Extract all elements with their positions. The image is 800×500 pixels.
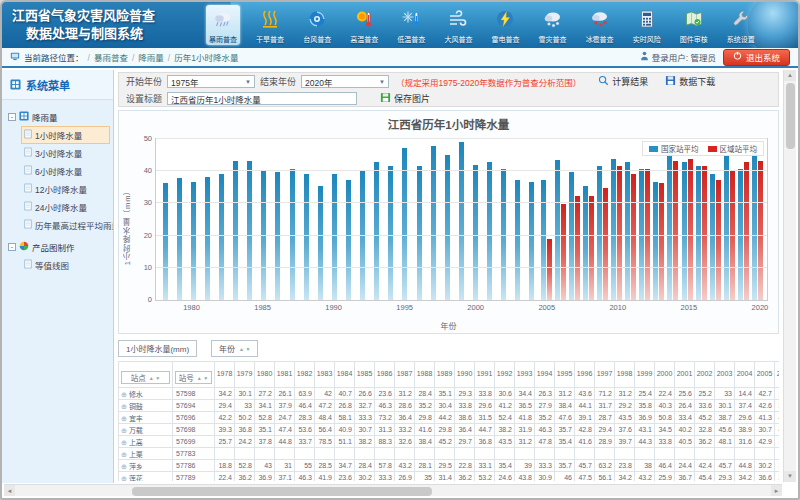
tree-group-1[interactable]: -降雨量 [5, 108, 110, 126]
tree-item[interactable]: 等值线图 [21, 256, 110, 274]
col-header-year[interactable]: 1988 [415, 362, 435, 388]
expand-icon[interactable]: ⊕ [121, 463, 127, 470]
vertical-scrollbar[interactable]: ▲ ▼ [783, 70, 796, 482]
value-cell: 52.8 [235, 460, 255, 472]
col-header-year[interactable]: 2006 [775, 362, 780, 388]
vertical-scroll-thumb[interactable] [786, 83, 795, 149]
station-cell[interactable]: ⊕万载 [119, 424, 173, 436]
scroll-down-arrow[interactable]: ▼ [784, 471, 796, 482]
legend-item[interactable]: 区域站平均 [708, 143, 758, 154]
tree-item[interactable]: 历年最高过程平均雨量 [21, 216, 110, 234]
col-header-year[interactable]: 2004 [735, 362, 755, 388]
logout-button[interactable]: 退出系统 [723, 49, 790, 66]
save-image-button[interactable]: 保存图片 [380, 92, 430, 105]
collapse-icon[interactable]: - [8, 243, 16, 251]
col-header-year[interactable]: 1983 [315, 362, 335, 388]
col-header-station-id[interactable]: 站号▲ ▼ [173, 362, 215, 388]
col-header-year[interactable]: 1982 [295, 362, 315, 388]
station-cell[interactable]: ⊕铜鼓 [119, 400, 173, 412]
col-header-year[interactable]: 1998 [615, 362, 635, 388]
col-header-year[interactable]: 1997 [595, 362, 615, 388]
horizontal-scroll-thumb[interactable] [132, 487, 432, 496]
wrench-icon [731, 9, 751, 33]
nav-item-lightning[interactable]: 雷电普查 [488, 5, 522, 45]
end-year-select[interactable]: 2020年▼ [301, 75, 389, 88]
tree-item[interactable]: 24小时降水量 [21, 198, 110, 216]
bar-national-2009 [597, 166, 602, 300]
bar-national-2008 [583, 186, 588, 300]
bar-group-1995 [398, 140, 412, 300]
nav-item-wind[interactable]: 大风普查 [441, 5, 475, 45]
value-cell: 36.6 [755, 472, 775, 482]
nav-item-hail[interactable]: 冰雹普查 [583, 5, 617, 45]
breadcrumb-item[interactable]: 暴雨普查 [94, 53, 128, 63]
col-header-year[interactable]: 1993 [515, 362, 535, 388]
col-header-year[interactable]: 1980 [255, 362, 275, 388]
col-header-station[interactable]: 站点▲ ▼ [119, 362, 173, 388]
station-cell[interactable]: ⊕修水 [119, 388, 173, 400]
col-header-year[interactable]: 1984 [335, 362, 355, 388]
nav-item-drought[interactable]: 干旱普查 [253, 5, 287, 45]
col-header-year[interactable]: 2001 [675, 362, 695, 388]
expand-icon[interactable]: ⊕ [121, 403, 127, 410]
col-header-year[interactable]: 2005 [755, 362, 775, 388]
value-cell: 29.2 [615, 400, 635, 412]
download-button[interactable]: 数据下载 [665, 75, 715, 88]
legend-item[interactable]: 国家站平均 [649, 143, 699, 154]
year-sort-control[interactable]: 年份 ▲ ▼ [211, 340, 258, 357]
calculate-button[interactable]: 计算结果 [598, 75, 648, 88]
col-header-year[interactable]: 1999 [635, 362, 655, 388]
horizontal-scrollbar[interactable]: ◄ ► [4, 484, 782, 496]
tree-item[interactable]: 1小时降水量 [21, 126, 110, 144]
nav-item-rainstorm[interactable]: 暴雨普查 [206, 5, 240, 45]
value-cell: 34.1 [255, 400, 275, 412]
col-header-year[interactable]: 1992 [495, 362, 515, 388]
col-header-year[interactable]: 1990 [455, 362, 475, 388]
collapse-icon[interactable]: - [8, 113, 16, 121]
col-header-year[interactable]: 1996 [575, 362, 595, 388]
nav-item-realtime-risk[interactable]: 实时风险 [630, 5, 664, 45]
col-header-year[interactable]: 1989 [435, 362, 455, 388]
col-header-year[interactable]: 2002 [695, 362, 715, 388]
expand-icon[interactable]: ⊕ [121, 391, 127, 398]
col-header-year[interactable]: 1995 [555, 362, 575, 388]
col-header-year[interactable]: 1991 [475, 362, 495, 388]
tree-item[interactable]: 3小时降水量 [21, 144, 110, 162]
station-cell[interactable]: ⊕宜丰 [119, 412, 173, 424]
nav-item-snow[interactable]: 雪灾普查 [536, 5, 570, 45]
tree-group-2[interactable]: -产品图制作 [5, 238, 110, 256]
col-header-year[interactable]: 1994 [535, 362, 555, 388]
nav-item-high-temp[interactable]: 高温普查 [347, 5, 381, 45]
expand-icon[interactable]: ⊕ [121, 451, 127, 458]
col-header-year[interactable]: 2000 [655, 362, 675, 388]
scroll-left-arrow[interactable]: ◄ [4, 485, 15, 496]
station-cell[interactable]: ⊕萍乡 [119, 460, 173, 472]
tree-item[interactable]: 12小时降水量 [21, 180, 110, 198]
col-header-year[interactable]: 1986 [375, 362, 395, 388]
station-cell[interactable]: ⊕上高 [119, 436, 173, 448]
tree-item[interactable]: 6小时降水量 [21, 162, 110, 180]
expand-icon[interactable]: ⊕ [121, 427, 127, 434]
expand-icon[interactable]: ⊕ [121, 415, 127, 422]
nav-item-low-temp[interactable]: 低温普查 [394, 5, 428, 45]
chart-title-input[interactable] [167, 92, 357, 105]
expand-icon[interactable]: ⊕ [121, 439, 127, 446]
expand-icon[interactable]: ⊕ [121, 475, 127, 482]
breadcrumb-item[interactable]: 历年1小时降水量 [174, 53, 238, 63]
scroll-up-arrow[interactable]: ▲ [784, 70, 796, 81]
scroll-right-arrow[interactable]: ► [771, 485, 782, 496]
station-cell[interactable]: ⊕莲花 [119, 472, 173, 482]
start-year-select[interactable]: 1975年▼ [167, 75, 255, 88]
station-cell[interactable]: ⊕上栗 [119, 448, 173, 460]
col-header-year[interactable]: 1985 [355, 362, 375, 388]
col-header-year[interactable]: 1978 [215, 362, 235, 388]
col-header-year[interactable]: 1981 [275, 362, 295, 388]
value-cell: 28.4 [355, 460, 375, 472]
nav-item-map-review[interactable]: 图件审核 [677, 5, 711, 45]
nav-item-settings[interactable]: 系统设置 [724, 5, 758, 45]
col-header-year[interactable]: 2003 [715, 362, 735, 388]
col-header-year[interactable]: 1979 [235, 362, 255, 388]
col-header-year[interactable]: 1987 [395, 362, 415, 388]
breadcrumb-item[interactable]: 降雨量 [138, 53, 164, 63]
nav-item-typhoon[interactable]: 台风普查 [300, 5, 334, 45]
